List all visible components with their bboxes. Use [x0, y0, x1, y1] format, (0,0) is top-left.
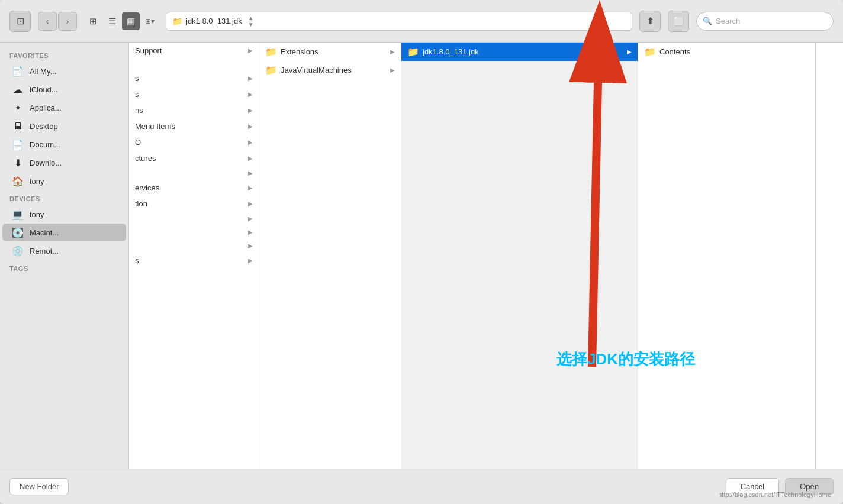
desktop-icon: 🖥: [12, 120, 24, 132]
chevron-right-icon: ▶: [390, 67, 395, 73]
chevron-right-icon: ▶: [248, 201, 253, 207]
sidebar-item-label: All My...: [30, 67, 56, 76]
chevron-right-icon: ▶: [248, 215, 253, 222]
sidebar-item-label: tony: [30, 210, 44, 219]
item-name: s: [135, 256, 244, 265]
list-item[interactable]: ▶: [129, 212, 259, 225]
sidebar-item-tony-home[interactable]: 🏠 tony: [2, 172, 126, 190]
list-item[interactable]: ctures ▶: [129, 150, 259, 166]
list-item[interactable]: s ▶: [129, 86, 259, 102]
list-item-jdk[interactable]: 📁 jdk1.8.0_131.jdk ▶: [401, 43, 638, 61]
sidebar-item-remote[interactable]: 💿 Remot...: [2, 242, 126, 260]
item-name: Menu Items: [135, 122, 244, 131]
chevron-right-icon: ▶: [627, 49, 632, 55]
sidebar-item-all-my-files[interactable]: 📄 All My...: [2, 62, 126, 80]
cancel-button[interactable]: Cancel: [726, 478, 779, 495]
sidebar-item-downloads[interactable]: ⬇ Downlo...: [2, 154, 126, 172]
back-button[interactable]: ‹: [38, 12, 57, 31]
sidebar-item-label: Docum...: [30, 140, 60, 149]
tags-section-title: Tags: [0, 260, 128, 274]
sidebar-item-label: Remot...: [30, 247, 59, 256]
view-coverflow-button[interactable]: ⊞▾: [141, 12, 159, 30]
list-item[interactable]: O ▶: [129, 134, 259, 150]
sidebar-item-macintosh-hd[interactable]: 💽 Macint...: [2, 224, 126, 241]
column-1: Support ▶ s ▶ s ▶ ns ▶ Menu Items: [129, 43, 259, 469]
view-column-button[interactable]: ▦: [122, 12, 140, 30]
all-my-files-icon: 📄: [12, 65, 24, 77]
devices-section-title: Devices: [0, 190, 128, 205]
sidebar-item-label: tony: [30, 177, 44, 186]
back-icon: ‹: [46, 17, 49, 26]
folder-icon: 📁: [407, 46, 419, 57]
share-button[interactable]: ⬆: [639, 11, 661, 32]
list-item[interactable]: tion ▶: [129, 196, 259, 212]
tag-button[interactable]: ⬜: [668, 11, 689, 32]
list-item-contents[interactable]: 📁 Contents: [638, 43, 815, 61]
list-item[interactable]: s ▶: [129, 253, 259, 269]
list-item[interactable]: ns ▶: [129, 102, 259, 118]
chevron-right-icon: ▶: [248, 75, 253, 82]
list-item[interactable]: s ▶: [129, 70, 259, 86]
view-list-button[interactable]: ☰: [103, 12, 121, 30]
item-name: ns: [135, 106, 244, 115]
sidebar-toggle-icon: ⊡: [17, 15, 24, 27]
column-4: 📁 Contents: [638, 43, 816, 469]
remote-icon: 💿: [12, 245, 24, 257]
columns-area: Support ▶ s ▶ s ▶ ns ▶ Menu Items: [129, 43, 843, 469]
item-name: s: [135, 90, 244, 99]
chevron-right-icon: ▶: [248, 123, 253, 130]
sidebar-item-tony-device[interactable]: 💻 tony: [2, 205, 126, 223]
downloads-icon: ⬇: [12, 157, 24, 169]
chevron-right-icon: ▶: [248, 139, 253, 146]
bottom-bar: New Folder Cancel Open: [0, 469, 843, 504]
open-button[interactable]: Open: [785, 478, 834, 495]
item-name: s: [135, 74, 244, 83]
forward-button[interactable]: ›: [58, 12, 77, 31]
chevron-right-icon: ▶: [248, 91, 253, 98]
list-item[interactable]: ▶: [129, 166, 259, 180]
item-name: ervices: [135, 183, 244, 192]
share-icon: ⬆: [646, 15, 654, 27]
applications-icon: ✦: [12, 102, 24, 114]
list-item[interactable]: 📁 JavaVirtualMachines ▶: [259, 61, 401, 79]
item-name: O: [135, 138, 244, 147]
chevron-right-icon: ▶: [248, 257, 253, 264]
list-item[interactable]: Support ▶: [129, 43, 259, 59]
chevron-right-icon: ▶: [390, 49, 395, 55]
sidebar-item-label: Applica...: [30, 104, 61, 112]
sidebar-item-documents[interactable]: 📄 Docum...: [2, 135, 126, 153]
view-icon-icon: ⊞: [89, 16, 97, 27]
sidebar-toggle-button[interactable]: ⊡: [9, 11, 31, 32]
sidebar: Favorites 📄 All My... ☁ iCloud... ✦ Appl…: [0, 43, 129, 469]
sidebar-item-desktop[interactable]: 🖥 Desktop: [2, 117, 126, 135]
search-bar[interactable]: 🔍 Search: [696, 12, 834, 31]
list-item[interactable]: ▶: [129, 225, 259, 239]
path-bar[interactable]: 📁 jdk1.8.0_131.jdk ▲ ▼: [166, 12, 632, 31]
new-folder-button[interactable]: New Folder: [9, 478, 69, 495]
list-item[interactable]: Menu Items ▶: [129, 118, 259, 134]
chevron-right-icon: ▶: [248, 185, 253, 191]
view-column-icon: ▦: [127, 16, 135, 27]
sidebar-item-label: Downlo...: [30, 159, 62, 167]
macintosh-hd-icon: 💽: [12, 227, 24, 238]
documents-icon: 📄: [12, 138, 24, 150]
view-icon-button[interactable]: ⊞: [84, 12, 102, 30]
item-name: jdk1.8.0_131.jdk: [423, 47, 623, 56]
chevron-right-icon: ▶: [248, 229, 253, 235]
view-coverflow-icon: ⊞▾: [145, 17, 155, 25]
list-item[interactable]: 📁 Extensions ▶: [259, 43, 401, 61]
list-item[interactable]: ▶: [129, 239, 259, 253]
sidebar-item-icloud[interactable]: ☁ iCloud...: [2, 80, 126, 98]
sidebar-item-applications[interactable]: ✦ Applica...: [2, 99, 126, 117]
list-item[interactable]: ervices ▶: [129, 180, 259, 196]
toolbar: ⊡ ‹ › ⊞ ☰ ▦ ⊞▾: [0, 0, 843, 43]
column-2: 📁 Extensions ▶ 📁 JavaVirtualMachines ▶: [259, 43, 401, 469]
view-list-icon: ☰: [108, 16, 116, 27]
sidebar-item-label: Desktop: [30, 122, 58, 131]
view-group: ⊞ ☰ ▦ ⊞▾: [84, 12, 159, 30]
item-name: tion: [135, 199, 244, 208]
path-folder-name: jdk1.8.0_131.jdk: [186, 17, 242, 25]
folder-icon: 📁: [265, 64, 277, 76]
tony-device-icon: 💻: [12, 208, 24, 220]
item-name: Contents: [659, 47, 809, 56]
